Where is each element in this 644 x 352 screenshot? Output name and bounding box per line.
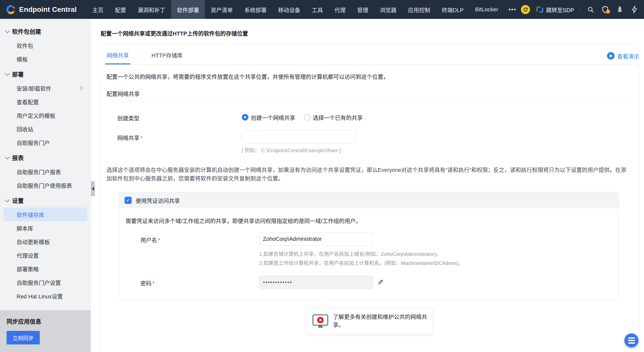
label-text: 密码 xyxy=(140,280,151,287)
nav-item-agent[interactable]: 代理 xyxy=(329,0,351,19)
sidebar-item-script-repository[interactable]: 脚本库 xyxy=(4,221,87,235)
sidebar-item-auto-update-templates[interactable]: 自动更新模板 xyxy=(4,235,87,248)
sidebar-item-redhat-linux-settings[interactable]: Red Hat Linux设置 xyxy=(4,289,87,303)
nav-item-browsers[interactable]: 浏览器 xyxy=(374,0,402,19)
use-credentials-checkbox[interactable]: ✓ xyxy=(125,197,132,204)
nav-item-app-control[interactable]: 应用控制 xyxy=(402,0,436,19)
video-play-icon xyxy=(317,317,324,323)
nav-item-home[interactable]: 主页 xyxy=(87,0,109,19)
sidebar-item-user-defined-templates[interactable]: 用户定义的模板 xyxy=(4,108,87,122)
sidebar-item-ssp-usage-reports[interactable]: 自助服务门户使用报表 xyxy=(4,178,87,192)
sidebar-item-agent-settings[interactable]: 代理设置 xyxy=(4,248,87,262)
network-share-hint: [ 例如： C:\EndpointCentral\ExampleShare ] xyxy=(242,146,356,154)
radio-label: 创建一个网络共享 xyxy=(251,113,295,121)
edit-password-pencil-icon[interactable]: ✎ xyxy=(377,278,383,287)
video-tip-card[interactable]: 了解更多有关创建和维护公共的网络共享。 xyxy=(307,308,433,334)
nav-item-patch[interactable]: 漏洞和补丁 xyxy=(132,0,171,19)
network-share-field-wrap: [ 例如： C:\EndpointCentral\ExampleShare ] xyxy=(242,130,356,154)
shield-alert-dot xyxy=(606,10,610,14)
topbar: Endpoint Central 主页 配置 漏洞和补丁 软件部署 资产清单 系… xyxy=(0,0,644,19)
nav-item-inventory[interactable]: 资产清单 xyxy=(205,0,239,19)
sidebar-item-install-uninstall[interactable]: 安装/卸载软件 xyxy=(4,81,87,95)
sidebar-section-reports[interactable]: 报表 xyxy=(0,149,91,165)
share-option-description: 选择这个选项将会在中心服务器安装的计算机自动创建一个网络共享，如果没有为访问这个… xyxy=(106,166,631,183)
floating-menu-button[interactable] xyxy=(624,333,638,347)
sidebar-item-view-configurations[interactable]: 查看配置 xyxy=(4,95,87,108)
chevron-right-icon xyxy=(79,86,83,90)
nav-item-bitlocker[interactable]: BitLocker xyxy=(469,0,504,19)
sidebar-section-deployment[interactable]: 部署 xyxy=(0,66,91,81)
sync-status-icon[interactable] xyxy=(521,5,530,14)
sidebar-item-templates[interactable]: 模板 xyxy=(4,52,87,66)
network-share-input[interactable] xyxy=(242,130,356,143)
sidebar-item-label: 安装/卸载软件 xyxy=(17,84,51,92)
radio-unselected-icon[interactable] xyxy=(304,114,310,121)
sidebar-item-ssp-reports[interactable]: 自助服务门户报表 xyxy=(4,165,87,178)
sync-now-button[interactable]: 立刻同步 xyxy=(7,331,40,344)
chevron-down-icon xyxy=(5,197,10,202)
radio-choose-existing-share[interactable]: 选择一个已有的共享 xyxy=(304,113,363,121)
create-type-label: 创建类型 xyxy=(117,111,242,122)
section-title: 报表 xyxy=(12,153,24,162)
required-asterisk: * xyxy=(158,237,160,243)
search-icon[interactable] xyxy=(586,5,595,14)
password-row: 密码* ✎ xyxy=(120,276,619,289)
sidebar-item-software-repository[interactable]: 软件储存库 xyxy=(4,208,87,221)
jump-to-sdp-link[interactable]: 跳转至SDP xyxy=(536,6,574,14)
password-input xyxy=(259,276,373,289)
sidebar-item-deployment-policies[interactable]: 部署策略 xyxy=(4,262,87,276)
network-share-panel: 配置一个公共的网络共享，将需要的程序文件放置在这个共享位置，并使所有管理的计算机… xyxy=(100,64,639,352)
radio-selected-icon[interactable] xyxy=(242,114,248,121)
username-note-2: 2.如果是工作组计算机共享，在用户名前加上计算机名。(例如：MachineNam… xyxy=(259,259,463,268)
video-monitor-icon xyxy=(312,315,328,328)
tab-http-repository[interactable]: HTTP存储库 xyxy=(150,51,184,64)
view-demo-link[interactable]: 查看演示 xyxy=(607,52,639,63)
main-content: 配置一个网络共享或更改通过HTTP上传的软件包的存储位置 网络共享 HTTP存储… xyxy=(91,19,644,352)
sdp-link-label: 跳转至SDP xyxy=(546,6,574,14)
brand-title: Endpoint Central xyxy=(19,6,77,14)
nav-item-mobile-devices[interactable]: 移动设备 xyxy=(272,0,306,19)
security-shield-icon[interactable] xyxy=(601,5,610,14)
sidebar-item-ssp-settings[interactable]: 自助服务门户设置 xyxy=(4,276,87,289)
use-credentials-label: 使用凭证访问共享 xyxy=(136,196,180,204)
brand[interactable]: Endpoint Central xyxy=(6,5,79,14)
whats-new-rocket-icon[interactable] xyxy=(616,5,624,14)
main-nav: 主页 配置 漏洞和补丁 软件部署 资产清单 系统部署 移动设备 工具 代理 管理… xyxy=(87,0,521,19)
chevron-down-icon xyxy=(5,154,10,160)
nav-item-admin[interactable]: 管理 xyxy=(351,0,374,19)
username-field-wrap: 1.如果在域计算机上共享，在用户名前加上域名(例如：ZohoCorp\Admin… xyxy=(259,232,463,268)
username-label: 用户名* xyxy=(140,232,259,244)
create-type-row: 创建类型 创建一个网络共享 选择一个已有的共享 xyxy=(100,111,639,122)
nav-item-tools[interactable]: 工具 xyxy=(306,0,329,19)
sidebar-item-self-service-portal[interactable]: 自助服务门户 xyxy=(4,136,87,149)
section-title: 软件包创建 xyxy=(12,27,41,35)
radio-create-network-share[interactable]: 创建一个网络共享 xyxy=(242,113,295,121)
nav-item-os-deployment[interactable]: 系统部署 xyxy=(239,0,272,19)
sync-panel-title: 同步应用信息 xyxy=(7,317,84,325)
required-asterisk: * xyxy=(153,280,155,287)
sync-app-info-panel: 同步应用信息 立刻同步 xyxy=(0,310,91,352)
sidebar-item-packages[interactable]: 软件包 xyxy=(4,38,87,52)
view-demo-label: 查看演示 xyxy=(617,52,639,60)
sidebar-section-package-creation[interactable]: 软件包创建 xyxy=(0,23,91,38)
credentials-box: ✓ 使用凭证访问共享 需要凭证来访问多个域/工作组之间的共享，即便共享访问权限指… xyxy=(119,192,619,300)
nav-item-software-deployment[interactable]: 软件部署 xyxy=(171,0,205,19)
nav-item-endpoint-dlp[interactable]: 终端DLP xyxy=(436,0,469,19)
section-title: 部署 xyxy=(12,70,24,78)
nav-item-configurations[interactable]: 配置 xyxy=(109,0,132,19)
label-text: 用户名 xyxy=(140,237,157,243)
tab-network-share[interactable]: 网络共享 xyxy=(105,51,130,64)
chevron-down-icon xyxy=(5,28,10,33)
credentials-note: 需要凭证来访问多个域/工作组之间的共享，即便共享访问权限指定给的是同一域/工作组… xyxy=(126,216,613,224)
required-asterisk: * xyxy=(140,135,143,141)
sidebar-nav: 软件包创建 软件包 模板 部署 安装/卸载软件 查看配置 用户定义的模板 回收站… xyxy=(0,19,91,310)
username-input[interactable] xyxy=(259,232,373,246)
quick-actions-lightning-icon[interactable] xyxy=(630,5,639,14)
credentials-header: ✓ 使用凭证访问共享 xyxy=(120,192,619,208)
sidebar-item-trash[interactable]: 回收站 xyxy=(4,122,87,136)
nav-more-icon[interactable]: ••• xyxy=(504,0,521,19)
sidebar-section-settings[interactable]: 设置 xyxy=(0,192,91,208)
password-label: 密码* xyxy=(140,276,259,287)
sdp-logo-icon xyxy=(536,6,544,13)
play-icon xyxy=(607,52,615,60)
